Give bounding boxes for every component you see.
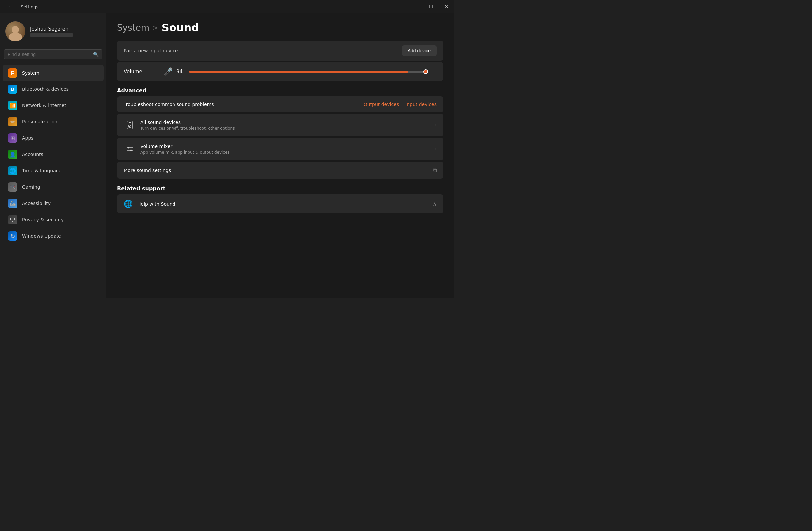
output-devices-link[interactable]: Output devices [364, 102, 399, 107]
help-with-sound-row[interactable]: 🌐 Help with Sound ∧ [117, 194, 444, 213]
accessibility-icon: 🦾 [8, 199, 17, 208]
sidebar: Joshua Segeren 🔍 🖥 System B Bluetooth & … [0, 13, 106, 298]
help-with-sound-card[interactable]: 🌐 Help with Sound ∧ [117, 194, 444, 213]
user-name: Joshua Segeren [30, 26, 73, 32]
search-icon[interactable]: 🔍 [93, 52, 99, 57]
user-email-bar [30, 33, 73, 37]
svg-point-7 [130, 150, 132, 151]
all-sound-devices-chevron: › [435, 122, 437, 128]
svg-rect-3 [129, 122, 131, 123]
volume-label: Volume [124, 69, 163, 74]
volume-slider[interactable] [189, 71, 427, 72]
more-sound-settings-title: More sound settings [124, 168, 433, 173]
sidebar-item-time[interactable]: 🌐 Time & language [3, 163, 104, 179]
breadcrumb: System > Sound [117, 21, 444, 34]
pair-device-row: Pair a new input device Add device [117, 41, 444, 60]
breadcrumb-parent: System [117, 23, 149, 32]
volume-mixer-subtitle: App volume mix, app input & output devic… [140, 150, 435, 155]
volume-card: Volume 🎤 94 — [117, 62, 444, 81]
advanced-heading: Advanced [117, 87, 444, 94]
sidebar-label-accessibility: Accessibility [22, 201, 50, 206]
search-box[interactable]: 🔍 [4, 49, 102, 59]
all-sound-devices-title: All sound devices [140, 120, 435, 125]
main-layout: Joshua Segeren 🔍 🖥 System B Bluetooth & … [0, 13, 454, 298]
sidebar-item-system[interactable]: 🖥 System [3, 65, 104, 81]
volume-slider-thumb [423, 69, 428, 74]
sidebar-item-personalization[interactable]: ✏ Personalization [3, 114, 104, 130]
sidebar-label-bluetooth: Bluetooth & devices [22, 86, 69, 92]
troubleshoot-card: Troubleshoot common sound problems Outpu… [117, 97, 444, 112]
nav-list: 🖥 System B Bluetooth & devices 📶 Network… [0, 65, 106, 244]
sidebar-item-apps[interactable]: ⊞ Apps [3, 130, 104, 146]
microphone-icon: 🎤 [163, 67, 173, 75]
breadcrumb-current: Sound [161, 21, 200, 34]
troubleshoot-links: Output devices Input devices [364, 102, 437, 107]
pair-device-card: Pair a new input device Add device [117, 41, 444, 60]
volume-controls: 🎤 94 — [163, 67, 437, 75]
all-sound-devices-row[interactable]: All sound devices Turn devices on/off, t… [117, 114, 444, 136]
maximize-button[interactable]: □ [423, 0, 439, 13]
all-sound-devices-card[interactable]: All sound devices Turn devices on/off, t… [117, 114, 444, 136]
sidebar-label-network: Network & internet [22, 103, 67, 108]
breadcrumb-separator: > [153, 24, 158, 32]
volume-mixer-text: Volume mixer App volume mix, app input &… [140, 144, 435, 155]
titlebar-title: Settings [20, 4, 38, 9]
more-sound-settings-card[interactable]: More sound settings ⧉ [117, 162, 444, 179]
volume-mixer-chevron: › [435, 146, 437, 152]
all-sound-devices-text: All sound devices Turn devices on/off, t… [140, 120, 435, 131]
sidebar-item-update[interactable]: ↻ Windows Update [3, 228, 104, 244]
svg-point-2 [129, 126, 130, 127]
personalization-icon: ✏ [8, 117, 17, 126]
close-button[interactable]: ✕ [439, 0, 454, 13]
volume-decrease-icon: — [432, 68, 437, 74]
titlebar-controls: — □ ✕ [408, 0, 454, 13]
search-input[interactable] [8, 52, 90, 57]
svg-point-5 [128, 147, 129, 149]
sidebar-item-bluetooth[interactable]: B Bluetooth & devices [3, 81, 104, 97]
troubleshoot-row: Troubleshoot common sound problems Outpu… [117, 97, 444, 112]
volume-row: Volume 🎤 94 — [117, 62, 444, 81]
titlebar: ← Settings — □ ✕ [0, 0, 454, 13]
content-area: System > Sound Pair a new input device A… [106, 13, 454, 298]
sidebar-item-accounts[interactable]: 👤 Accounts [3, 146, 104, 162]
accounts-icon: 👤 [8, 150, 17, 159]
back-button[interactable]: ← [5, 2, 17, 12]
sidebar-label-accounts: Accounts [22, 152, 43, 157]
add-device-button[interactable]: Add device [402, 45, 437, 56]
user-info: Joshua Segeren [30, 26, 73, 37]
sidebar-label-update: Windows Update [22, 233, 61, 239]
update-icon: ↻ [8, 231, 17, 240]
sidebar-label-time: Time & language [22, 168, 61, 173]
apps-icon: ⊞ [8, 134, 17, 143]
volume-slider-fill [189, 71, 408, 72]
avatar [5, 21, 25, 41]
volume-mixer-icon [124, 143, 135, 155]
sidebar-item-network[interactable]: 📶 Network & internet [3, 97, 104, 113]
gaming-icon: 🎮 [8, 182, 17, 192]
user-profile: Joshua Segeren [0, 19, 106, 49]
sidebar-item-privacy[interactable]: 🛡 Privacy & security [3, 212, 104, 227]
globe-icon: 🌐 [124, 200, 133, 208]
bluetooth-icon: B [8, 84, 17, 94]
external-link-icon: ⧉ [433, 167, 437, 173]
pair-device-label: Pair a new input device [124, 48, 402, 53]
more-sound-settings-row[interactable]: More sound settings ⧉ [117, 162, 444, 179]
help-with-sound-label: Help with Sound [137, 201, 433, 207]
time-icon: 🌐 [8, 166, 17, 175]
sidebar-label-personalization: Personalization [22, 119, 57, 124]
system-icon: 🖥 [8, 68, 17, 78]
input-devices-link[interactable]: Input devices [406, 102, 437, 107]
volume-value: 94 [176, 69, 185, 74]
help-with-sound-chevron: ∧ [433, 201, 437, 207]
all-sound-devices-subtitle: Turn devices on/off, troubleshoot, other… [140, 126, 435, 131]
minimize-button[interactable]: — [408, 0, 423, 13]
sidebar-label-privacy: Privacy & security [22, 217, 64, 222]
volume-mixer-title: Volume mixer [140, 144, 435, 149]
sidebar-item-gaming[interactable]: 🎮 Gaming [3, 179, 104, 195]
sidebar-label-system: System [22, 70, 39, 75]
volume-mixer-card[interactable]: Volume mixer App volume mix, app input &… [117, 138, 444, 160]
more-sound-settings-text: More sound settings [124, 168, 433, 173]
volume-mixer-row[interactable]: Volume mixer App volume mix, app input &… [117, 138, 444, 160]
related-support-heading: Related support [117, 185, 444, 192]
sidebar-item-accessibility[interactable]: 🦾 Accessibility [3, 195, 104, 211]
